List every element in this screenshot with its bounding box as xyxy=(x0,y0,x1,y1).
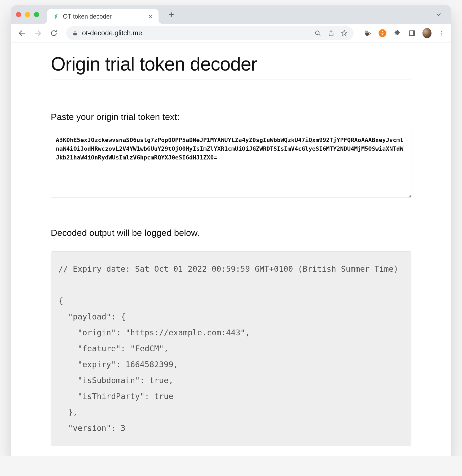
forward-button[interactable] xyxy=(32,27,44,39)
page-content: Origin trial token decoder Paste your or… xyxy=(11,42,451,456)
output-section-label: Decoded output will be logged below. xyxy=(51,228,411,238)
window-close-button[interactable] xyxy=(16,12,21,17)
test-tube-icon xyxy=(52,13,59,20)
search-icon[interactable] xyxy=(314,30,321,37)
token-textarea[interactable] xyxy=(51,131,411,197)
extensions-icon[interactable] xyxy=(393,29,402,38)
paste-token-label: Paste your origin trial token text: xyxy=(51,112,411,122)
new-tab-button[interactable] xyxy=(162,12,181,18)
window-zoom-button[interactable] xyxy=(34,12,39,17)
divider xyxy=(51,80,411,80)
toolbar: ot-decode.glitch.me xyxy=(11,24,451,42)
bookmark-icon[interactable] xyxy=(341,30,348,37)
svg-rect-6 xyxy=(413,31,415,36)
address-bar[interactable]: ot-decode.glitch.me xyxy=(66,26,354,40)
extension-row xyxy=(363,29,446,38)
tab-search-button[interactable] xyxy=(435,11,446,18)
orange-circle-extension-icon[interactable] xyxy=(378,29,387,38)
side-panel-icon[interactable] xyxy=(408,29,417,38)
svg-point-9 xyxy=(441,34,442,36)
window-minimize-button[interactable] xyxy=(25,12,30,17)
svg-point-7 xyxy=(441,31,442,32)
decoded-output: // Expiry date: Sat Oct 01 2022 00:59:59… xyxy=(51,251,411,446)
coffee-extension-icon[interactable] xyxy=(363,29,372,38)
tab-strip: OT token decoder xyxy=(11,5,451,24)
share-icon[interactable] xyxy=(328,30,335,37)
profile-avatar[interactable] xyxy=(423,29,432,38)
url-text: ot-decode.glitch.me xyxy=(82,29,310,37)
lock-icon[interactable] xyxy=(72,30,78,36)
close-tab-button[interactable] xyxy=(147,14,153,19)
reload-button[interactable] xyxy=(48,27,60,39)
page-title: Origin trial token decoder xyxy=(51,53,411,75)
active-tab[interactable]: OT token decoder xyxy=(47,9,159,24)
browser-window: OT token decoder ot-decode.glitch.me xyxy=(11,5,451,456)
chrome-menu-button[interactable] xyxy=(437,29,446,38)
back-button[interactable] xyxy=(16,27,28,39)
svg-point-8 xyxy=(441,33,442,34)
tab-title: OT token decoder xyxy=(63,13,144,20)
svg-rect-2 xyxy=(73,33,77,35)
window-controls xyxy=(16,12,39,17)
